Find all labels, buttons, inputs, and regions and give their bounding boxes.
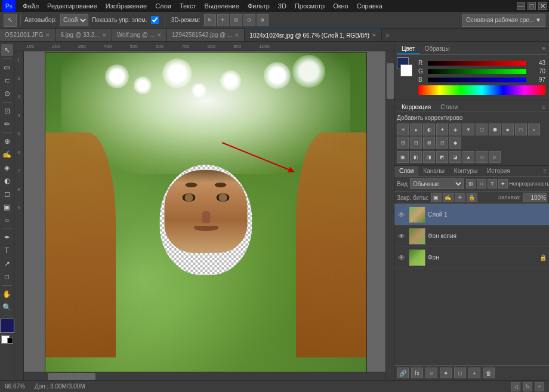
fill-input[interactable]	[523, 193, 547, 202]
foreground-color-small[interactable]	[7, 338, 13, 344]
restore-button[interactable]: □	[528, 2, 536, 10]
eraser-tool[interactable]: ◻	[1, 188, 13, 200]
pen-tool[interactable]: ✒	[1, 232, 13, 243]
canvas-scrollbar-h[interactable]	[24, 372, 385, 380]
tab-correction[interactable]: Коррекция	[397, 103, 436, 112]
shape-tool[interactable]: □	[1, 271, 13, 283]
vibrance-icon[interactable]: ◈	[449, 124, 461, 135]
corr-icon-1[interactable]: ▣	[397, 151, 409, 163]
quick-select-tool[interactable]: ⊙	[1, 88, 13, 100]
color-spectrum-bar[interactable]	[418, 85, 545, 95]
3d-scale-icon[interactable]: ⊞	[230, 14, 242, 26]
layer-eye-2[interactable]: 👁	[397, 232, 406, 241]
layer-item-3[interactable]: 👁 Фон 🔒	[394, 247, 549, 268]
hand-tool[interactable]: ✋	[1, 288, 13, 300]
corr-icon-7[interactable]: ◁	[476, 151, 488, 163]
tab-wolf[interactable]: Wolf.png @ ... ✕	[112, 29, 167, 42]
correction-panel-menu[interactable]: ≡	[541, 103, 547, 112]
tab-swatches[interactable]: Образцы	[420, 44, 454, 54]
curves-icon[interactable]: ◐	[423, 124, 435, 135]
3d-move-icon[interactable]: ✛	[217, 14, 229, 26]
layer-mask-button[interactable]: ○	[425, 368, 437, 378]
brush-tool[interactable]: ✍	[1, 149, 13, 160]
invert-icon[interactable]: ⊞	[397, 137, 409, 149]
marquee-tool[interactable]: ▭	[1, 61, 13, 73]
clone-tool[interactable]: ◈	[1, 162, 13, 174]
tab-paths[interactable]: Контуры	[449, 166, 482, 176]
zoom-tool[interactable]: 🔍	[1, 301, 13, 313]
layer-item-2[interactable]: 👁 Фон копия	[394, 226, 549, 247]
show-transform-checkbox[interactable]	[151, 16, 159, 24]
bw-icon[interactable]: ⬢	[489, 124, 501, 135]
menu-view[interactable]: Просмотр	[291, 1, 328, 11]
menu-layers[interactable]: Слои	[152, 1, 175, 11]
foreground-color[interactable]	[0, 319, 14, 333]
corr-icon-8[interactable]: ▷	[489, 151, 501, 163]
layer-link-button[interactable]: 🔗	[397, 368, 409, 378]
layer-fx-button[interactable]: fx	[411, 368, 423, 378]
tab-6jpg[interactable]: 6.jpg @ 33.3... ✕	[55, 29, 112, 42]
layer-item-1[interactable]: 👁 Слой 1	[394, 204, 549, 226]
lock-move-icon[interactable]: ✛	[455, 193, 465, 202]
auto-select-dropdown[interactable]: Слой	[60, 14, 88, 26]
posterize-icon[interactable]: ⊟	[410, 137, 422, 149]
layer-eye-3[interactable]: 👁	[397, 253, 406, 263]
corr-icon-5[interactable]: ◪	[449, 151, 461, 163]
menu-file[interactable]: Файл	[19, 1, 42, 11]
threshold-icon[interactable]: ⊠	[423, 137, 435, 149]
b-slider[interactable]	[428, 78, 526, 82]
menu-3d[interactable]: 3D	[274, 1, 290, 11]
dodge-tool[interactable]: ○	[1, 214, 13, 226]
hsl-icon[interactable]: ▼	[462, 124, 474, 135]
layer-eye-1[interactable]: 👁	[397, 210, 406, 220]
corr-icon-4[interactable]: ◩	[436, 151, 448, 163]
tab-styles[interactable]: Стили	[436, 103, 462, 112]
fx-icon[interactable]: T	[488, 179, 497, 189]
blend-mode-select[interactable]: Обычные	[410, 178, 464, 189]
lock-transparent-icon[interactable]: ▣	[431, 193, 442, 202]
menu-help[interactable]: Справка	[353, 1, 386, 11]
r-slider[interactable]	[428, 61, 526, 66]
selective-color-icon[interactable]: ◆	[449, 137, 461, 149]
mask-icon[interactable]: ○	[477, 179, 486, 189]
color-balance-icon[interactable]: ⬡	[476, 124, 488, 135]
menu-select[interactable]: Выделение	[201, 1, 243, 11]
layer-delete-button[interactable]: 🗑	[483, 368, 495, 378]
bg-color-swatch[interactable]	[400, 64, 412, 76]
tab-layers[interactable]: Слои	[394, 166, 418, 176]
minimize-button[interactable]: —	[517, 2, 525, 10]
lasso-tool[interactable]: ⊂	[1, 75, 13, 87]
channel-mixer-icon[interactable]: □	[515, 124, 527, 135]
status-bar-button-2[interactable]: fx	[523, 382, 532, 391]
photo-filter-icon[interactable]: ■	[502, 124, 514, 135]
3d-pan-icon[interactable]: ⊕	[257, 14, 269, 26]
menu-edit[interactable]: Редактирование	[44, 1, 101, 11]
status-bar-button-1[interactable]: ◁	[511, 382, 520, 391]
tab-close-os21001[interactable]: ✕	[45, 32, 50, 38]
3d-rotate-icon[interactable]: ↻	[204, 14, 216, 26]
crop-tool[interactable]: ⊡	[1, 105, 13, 117]
color-lookup-icon[interactable]: ▪	[528, 124, 540, 135]
layer-new-button[interactable]: +	[468, 368, 480, 378]
tab-color[interactable]: Цвет	[397, 44, 420, 54]
close-button[interactable]: ✕	[538, 2, 547, 10]
blend-mode-dropdown[interactable]: Обычные	[410, 178, 464, 189]
status-bar-button-3[interactable]: +	[535, 382, 544, 391]
exposure-icon[interactable]: ✦	[436, 124, 448, 135]
eyedropper-tool[interactable]: ✏	[1, 118, 13, 130]
text-tool[interactable]: T	[1, 245, 13, 257]
tabs-overflow[interactable]: »	[382, 30, 393, 41]
tab-os21001[interactable]: OS21001.JPG ✕	[0, 29, 55, 42]
tab-close-6jpg[interactable]: ✕	[102, 32, 107, 38]
color-panel-menu[interactable]: ≡	[541, 44, 547, 54]
adjustment-icon[interactable]: ✦	[498, 179, 508, 189]
lock-all-icon[interactable]: 🔒	[467, 193, 477, 202]
tab-channels[interactable]: Каналы	[418, 166, 449, 176]
layers-panel-menu[interactable]: ≡	[541, 166, 549, 176]
tab-1024sr[interactable]: 1024x1024sr.jpg @ 66.7% (Слой 1, RGB/8#)…	[245, 29, 382, 42]
tab-12942[interactable]: 12942581542.jpg @ ... ✕	[167, 29, 245, 42]
menu-image[interactable]: Изображение	[102, 1, 150, 11]
tab-close-wolf[interactable]: ✕	[157, 32, 162, 38]
tab-history[interactable]: История	[482, 166, 515, 176]
corr-icon-3[interactable]: ◨	[423, 151, 435, 163]
